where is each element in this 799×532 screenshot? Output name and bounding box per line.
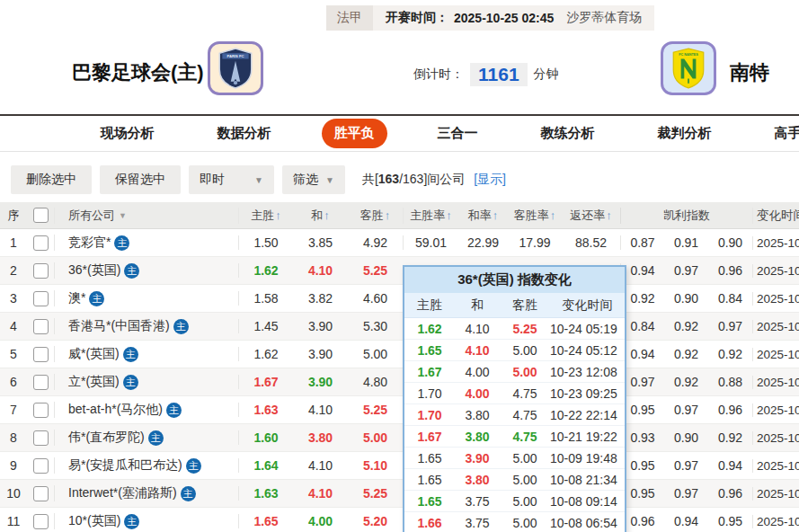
time-filter-select[interactable]: 即时 ▼ bbox=[189, 165, 274, 194]
company-cell[interactable]: Interwet*(塞浦路斯)主 bbox=[54, 485, 238, 501]
company-cell[interactable]: 威*(英国)主 bbox=[54, 346, 238, 362]
header-rate-2[interactable]: 客胜率↑ bbox=[508, 208, 562, 224]
popup-odds-value[interactable]: 1.70 bbox=[404, 386, 455, 401]
popup-odds-value[interactable]: 5.00 bbox=[500, 494, 550, 509]
company-cell[interactable]: 36*(英国)主 bbox=[54, 262, 238, 279]
odds-value[interactable]: 3.90 bbox=[293, 375, 348, 389]
tab-教练分析[interactable]: 教练分析 bbox=[528, 119, 608, 148]
company-cell[interactable]: 10*(英国)主 bbox=[54, 513, 238, 529]
tab-高手推荐[interactable]: 高手推荐 bbox=[762, 119, 799, 148]
popup-odds-value[interactable]: 1.65 bbox=[404, 473, 455, 487]
row-checkbox[interactable] bbox=[33, 347, 49, 362]
keep-selected-button[interactable]: 保留选中 bbox=[100, 165, 181, 194]
popup-odds-value[interactable]: 4.10 bbox=[455, 343, 500, 358]
popup-odds-value[interactable]: 5.00 bbox=[500, 365, 550, 379]
header-rate-1[interactable]: 和率↑ bbox=[458, 208, 508, 224]
popup-odds-value[interactable]: 5.00 bbox=[500, 473, 550, 487]
popup-odds-value[interactable]: 5.25 bbox=[500, 322, 550, 336]
header-odds-0[interactable]: 主胜↑ bbox=[238, 208, 293, 224]
tab-胜平负[interactable]: 胜平负 bbox=[322, 119, 387, 148]
show-link[interactable]: [显示] bbox=[474, 172, 506, 186]
popup-odds-value[interactable]: 1.65 bbox=[404, 343, 455, 358]
header-rate-0[interactable]: 主胜率↑ bbox=[403, 208, 458, 224]
odds-value[interactable]: 1.45 bbox=[238, 319, 293, 333]
odds-value[interactable]: 5.25 bbox=[348, 486, 403, 501]
popup-odds-value[interactable]: 3.75 bbox=[455, 494, 500, 509]
popup-odds-value[interactable]: 3.80 bbox=[455, 430, 500, 444]
odds-value[interactable]: 4.60 bbox=[348, 291, 403, 306]
odds-value[interactable]: 5.30 bbox=[348, 319, 403, 333]
odds-value[interactable]: 3.80 bbox=[293, 430, 348, 445]
header-company[interactable]: 所有公司▼ bbox=[54, 208, 238, 224]
header-odds-1[interactable]: 和↑ bbox=[293, 208, 348, 224]
odds-value[interactable]: 5.25 bbox=[348, 263, 403, 278]
popup-odds-value[interactable]: 3.90 bbox=[455, 451, 500, 466]
odds-value[interactable]: 1.63 bbox=[238, 403, 293, 417]
popup-odds-value[interactable]: 5.00 bbox=[500, 451, 550, 466]
odds-value[interactable]: 3.85 bbox=[293, 235, 348, 250]
row-checkbox[interactable] bbox=[33, 291, 49, 306]
odds-value[interactable]: 4.10 bbox=[293, 263, 348, 278]
popup-odds-value[interactable]: 4.00 bbox=[455, 386, 500, 401]
tab-三合一[interactable]: 三合一 bbox=[425, 119, 491, 148]
company-cell[interactable]: 竞彩官*主 bbox=[54, 235, 238, 251]
odds-value[interactable]: 4.92 bbox=[348, 235, 403, 250]
company-cell[interactable]: bet-at-h*(马尔他)主 bbox=[54, 402, 238, 418]
tab-数据分析[interactable]: 数据分析 bbox=[205, 119, 284, 148]
odds-value[interactable]: 5.25 bbox=[348, 403, 403, 417]
select-all-checkbox[interactable] bbox=[33, 208, 49, 223]
popup-odds-value[interactable]: 3.75 bbox=[455, 516, 500, 530]
company-cell[interactable]: 澳*主 bbox=[54, 290, 238, 306]
odds-value[interactable]: 1.62 bbox=[238, 263, 293, 278]
popup-odds-value[interactable]: 4.00 bbox=[455, 365, 500, 379]
popup-odds-value[interactable]: 1.67 bbox=[404, 430, 455, 444]
row-checkbox[interactable] bbox=[33, 430, 49, 446]
popup-odds-value[interactable]: 4.75 bbox=[500, 386, 550, 401]
popup-odds-value[interactable]: 1.65 bbox=[404, 494, 455, 509]
row-checkbox[interactable] bbox=[33, 375, 49, 390]
odds-value[interactable]: 1.63 bbox=[238, 486, 293, 501]
odds-value[interactable]: 3.90 bbox=[293, 347, 348, 361]
row-checkbox[interactable] bbox=[33, 319, 49, 334]
header-rate-3[interactable]: 返还率↑ bbox=[562, 208, 620, 224]
popup-odds-value[interactable]: 3.80 bbox=[455, 408, 500, 422]
odds-value[interactable]: 1.60 bbox=[238, 430, 293, 445]
row-checkbox[interactable] bbox=[33, 235, 49, 251]
odds-value[interactable]: 1.67 bbox=[238, 375, 293, 389]
popup-odds-value[interactable]: 1.65 bbox=[404, 451, 455, 466]
odds-value[interactable]: 5.00 bbox=[348, 430, 403, 445]
popup-odds-value[interactable]: 3.80 bbox=[455, 473, 500, 487]
popup-odds-value[interactable]: 1.66 bbox=[404, 516, 455, 530]
tab-现场分析[interactable]: 现场分析 bbox=[88, 119, 167, 148]
company-cell[interactable]: 伟*(直布罗陀)主 bbox=[54, 430, 238, 446]
popup-odds-value[interactable]: 4.75 bbox=[500, 430, 550, 444]
odds-value[interactable]: 1.58 bbox=[238, 291, 293, 306]
odds-value[interactable]: 1.64 bbox=[238, 458, 293, 473]
header-odds-2[interactable]: 客胜↑ bbox=[348, 208, 403, 224]
odds-value[interactable]: 3.90 bbox=[293, 319, 348, 333]
popup-odds-value[interactable]: 4.10 bbox=[455, 322, 500, 336]
popup-odds-value[interactable]: 4.75 bbox=[500, 408, 550, 422]
filter-select[interactable]: 筛选 ▼ bbox=[282, 165, 345, 194]
popup-odds-value[interactable]: 1.70 bbox=[404, 408, 455, 422]
row-checkbox[interactable] bbox=[33, 458, 49, 474]
popup-odds-value[interactable]: 5.00 bbox=[500, 343, 550, 358]
delete-selected-button[interactable]: 删除选中 bbox=[11, 165, 92, 194]
company-cell[interactable]: 香港马*(中国香港)主 bbox=[54, 318, 238, 334]
odds-value[interactable]: 5.10 bbox=[348, 458, 403, 473]
odds-value[interactable]: 5.20 bbox=[348, 514, 403, 528]
odds-value[interactable]: 4.10 bbox=[293, 458, 348, 473]
row-checkbox[interactable] bbox=[33, 486, 49, 501]
odds-value[interactable]: 4.10 bbox=[293, 486, 348, 501]
tab-裁判分析[interactable]: 裁判分析 bbox=[645, 119, 724, 148]
odds-value[interactable]: 3.82 bbox=[293, 291, 348, 306]
row-checkbox[interactable] bbox=[33, 263, 49, 279]
popup-odds-value[interactable]: 1.67 bbox=[404, 365, 455, 379]
popup-odds-value[interactable]: 1.62 bbox=[404, 322, 455, 336]
company-cell[interactable]: 易*(安提瓜和巴布达)主 bbox=[54, 457, 238, 474]
odds-value[interactable]: 5.00 bbox=[348, 347, 403, 361]
company-cell[interactable]: 立*(英国)主 bbox=[54, 374, 238, 390]
row-checkbox[interactable] bbox=[33, 514, 49, 529]
odds-value[interactable]: 1.65 bbox=[238, 514, 293, 528]
popup-odds-value[interactable]: 5.00 bbox=[500, 516, 550, 530]
